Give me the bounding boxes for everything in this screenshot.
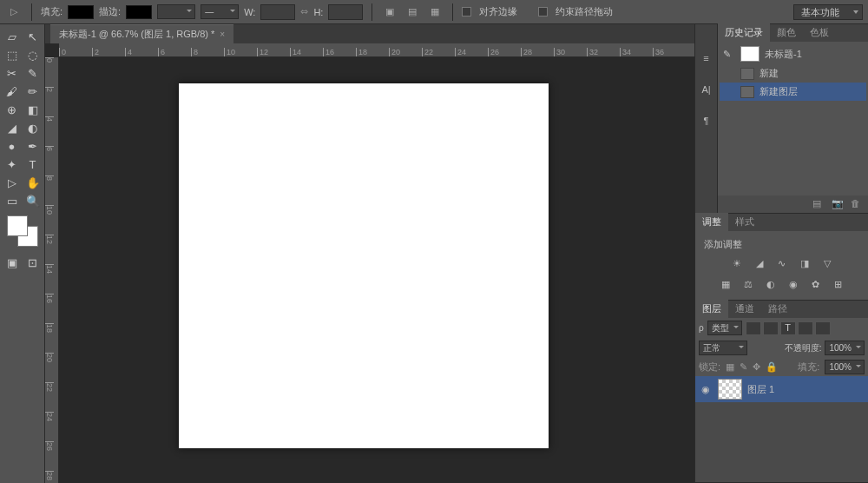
filter-smart-icon[interactable] [815, 321, 831, 335]
quickmask-icon[interactable]: ▣ [2, 254, 23, 271]
height-input[interactable] [328, 4, 363, 20]
dodge-tool-icon[interactable]: ● [2, 137, 23, 155]
brightness-icon[interactable]: ☀ [729, 256, 745, 270]
mixer-icon[interactable]: ✿ [808, 277, 824, 291]
blur-tool-icon[interactable]: ◐ [23, 119, 43, 136]
ruler-tick: 2 [92, 48, 99, 56]
trash-icon[interactable]: 🗑 [851, 198, 863, 210]
hue-icon[interactable]: ▦ [718, 277, 733, 291]
pencil-tool-icon[interactable]: ✏ [23, 83, 43, 100]
visibility-icon[interactable]: ◉ [699, 384, 713, 395]
ruler-vertical[interactable]: 0246810121416182022242628 [45, 57, 59, 483]
lock-all-icon[interactable]: 🔒 [766, 361, 778, 373]
stroke-label: 描边: [99, 5, 121, 18]
zoom-tool-icon[interactable]: 🔍 [23, 192, 43, 209]
layer-row[interactable]: ◉ 图层 1 [695, 376, 868, 402]
workspace-dropdown[interactable]: 基本功能 [793, 4, 863, 20]
tab-adjustments[interactable]: 调整 [695, 213, 728, 231]
link-icon[interactable]: ⇔ [300, 6, 308, 17]
width-input[interactable] [260, 4, 295, 20]
path-op-2-icon[interactable]: ▤ [404, 3, 421, 21]
lock-trans-icon[interactable]: ▦ [726, 361, 734, 373]
vibrance-icon[interactable]: ▽ [819, 256, 835, 270]
constrain-checkbox[interactable] [538, 7, 548, 17]
ruler-tick: 6 [158, 48, 165, 56]
glyph-panel-icon[interactable]: ¶ [699, 113, 714, 129]
tab-history[interactable]: 历史记录 [718, 23, 770, 42]
character-panel-icon[interactable]: A| [699, 82, 714, 97]
history-item[interactable]: 新建 [720, 64, 866, 83]
balance-icon[interactable]: ⚖ [740, 277, 756, 291]
brush-tool-icon[interactable]: 🖌 [2, 83, 23, 100]
ruler-tick: 16 [45, 294, 54, 303]
tab-paths[interactable]: 路径 [761, 300, 794, 318]
tab-styles[interactable]: 样式 [728, 213, 761, 231]
crop-tool-icon[interactable]: ✂ [2, 64, 23, 82]
lock-pos-icon[interactable]: ✥ [753, 361, 760, 373]
gradient-tool-icon[interactable]: ◢ [2, 119, 23, 136]
type-tool-icon[interactable]: T [23, 155, 43, 173]
marquee-tool-icon[interactable]: ⬚ [2, 46, 23, 63]
ruler-tick: 14 [45, 264, 54, 274]
tool-preset-icon[interactable]: ▷ [5, 3, 23, 21]
document-tab[interactable]: 未标题-1 @ 66.7% (图层 1, RGB/8) * × [50, 24, 233, 43]
layer-thumbnail[interactable] [718, 379, 742, 400]
screenmode-icon[interactable]: ⊡ [23, 254, 43, 271]
heal-tool-icon[interactable]: ✦ [2, 155, 23, 173]
canvas[interactable] [179, 83, 549, 448]
layer-kind-dropdown[interactable]: 类型 [707, 321, 742, 335]
path-op-1-icon[interactable]: ▣ [381, 3, 398, 21]
blend-mode-dropdown[interactable]: 正常 [699, 341, 747, 355]
tab-swatches[interactable]: 色板 [803, 23, 836, 42]
pen-tool-icon[interactable]: ✒ [23, 137, 43, 155]
align-edges-checkbox[interactable] [462, 7, 471, 17]
fill-swatch[interactable] [68, 5, 94, 19]
width-label: W: [244, 7, 255, 17]
filter-adjust-icon[interactable] [763, 321, 779, 335]
bw-icon[interactable]: ◐ [763, 277, 779, 291]
history-item-selected[interactable]: 新建图层 [720, 83, 866, 101]
path-select-tool-icon[interactable]: ↖ [23, 28, 43, 45]
color-swatches[interactable] [7, 215, 38, 247]
paragraph-panel-icon[interactable]: ≡ [699, 50, 714, 66]
new-layer-icon [740, 86, 754, 98]
tab-color[interactable]: 颜色 [770, 23, 803, 42]
stroke-style-dropdown[interactable]: — [201, 4, 239, 19]
canvas-background[interactable] [59, 57, 694, 483]
curves-icon[interactable]: ∿ [774, 256, 790, 270]
hand-tool-icon[interactable]: ✋ [23, 174, 43, 191]
stroke-swatch[interactable] [126, 5, 152, 19]
tab-layers[interactable]: 图层 [695, 300, 728, 318]
opacity-input[interactable]: 100% [825, 341, 865, 355]
eraser-tool-icon[interactable]: ◧ [23, 101, 43, 118]
direct-select-tool-icon[interactable]: ▷ [2, 174, 23, 191]
stroke-width-dropdown[interactable] [157, 4, 195, 19]
shape-tool-icon[interactable]: ▭ [2, 192, 23, 209]
height-label: H: [313, 7, 323, 17]
filter-shape-icon[interactable] [798, 321, 813, 335]
move-tool-icon[interactable]: ▱ [2, 28, 23, 45]
path-op-3-icon[interactable]: ▦ [426, 3, 444, 21]
collapsed-panel-dock: ≡ A| ¶ [695, 24, 718, 214]
tab-channels[interactable]: 通道 [728, 300, 761, 318]
photo-filter-icon[interactable]: ◉ [786, 277, 801, 291]
eyedropper-tool-icon[interactable]: ✎ [23, 64, 43, 82]
filter-type-icon[interactable]: T [780, 321, 796, 335]
new-doc-icon [740, 68, 754, 80]
filter-pixel-icon[interactable] [746, 321, 761, 335]
lock-paint-icon[interactable]: ✎ [740, 361, 747, 373]
clone-tool-icon[interactable]: ⊕ [2, 101, 23, 118]
history-item-label: 新建 [760, 67, 779, 80]
close-tab-icon[interactable]: × [220, 30, 225, 39]
ruler-horizontal[interactable]: 024681012141618202224262830323436 [59, 43, 694, 57]
exposure-icon[interactable]: ◨ [797, 256, 812, 270]
lasso-tool-icon[interactable]: ◌ [23, 46, 43, 63]
lookup-icon[interactable]: ⊞ [831, 277, 846, 291]
ruler-tick: 4 [125, 48, 132, 56]
history-camera-icon[interactable]: 📷 [832, 198, 844, 210]
layer-name[interactable]: 图层 1 [747, 383, 774, 396]
fill-opacity-input[interactable]: 100% [825, 360, 865, 374]
history-snapshot[interactable]: ✎ 未标题-1 [720, 43, 866, 64]
history-doc-icon[interactable]: ▤ [812, 198, 825, 210]
levels-icon[interactable]: ◢ [752, 256, 767, 270]
